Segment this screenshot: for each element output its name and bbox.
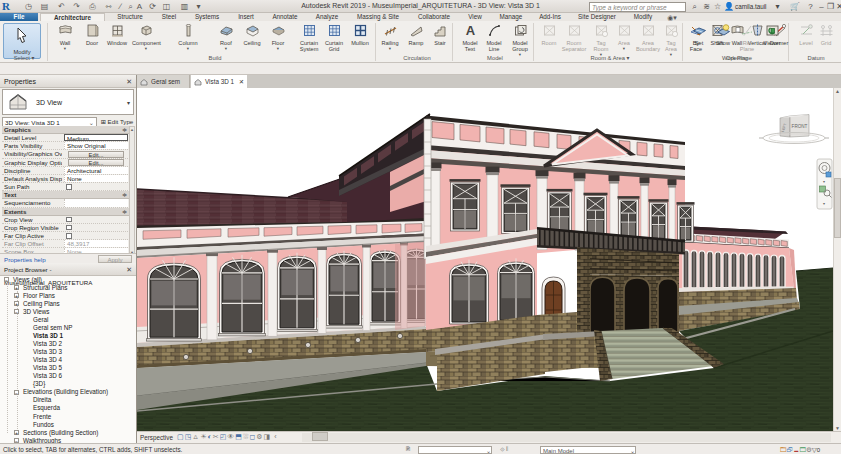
svg-text:A: A <box>465 23 475 38</box>
svg-text:▾: ▾ <box>823 201 825 206</box>
svg-text:▾: ▾ <box>823 179 825 184</box>
svg-text:FRONT: FRONT <box>792 124 808 129</box>
